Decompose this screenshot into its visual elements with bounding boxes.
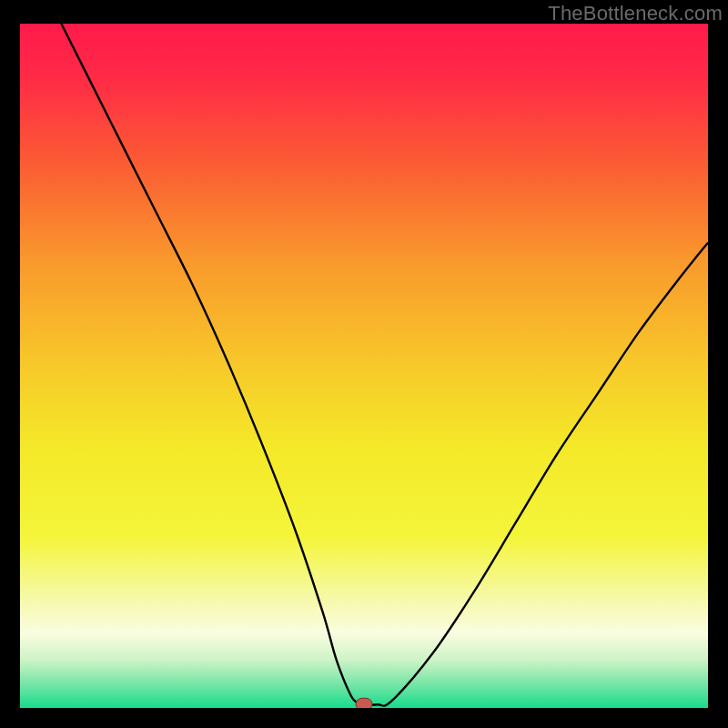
gradient-background bbox=[20, 24, 708, 708]
chart-frame: TheBottleneck.com bbox=[0, 0, 728, 728]
minimum-marker bbox=[356, 698, 372, 708]
chart-svg bbox=[20, 24, 708, 708]
watermark-text: TheBottleneck.com bbox=[548, 2, 723, 25]
plot-area bbox=[20, 24, 708, 708]
